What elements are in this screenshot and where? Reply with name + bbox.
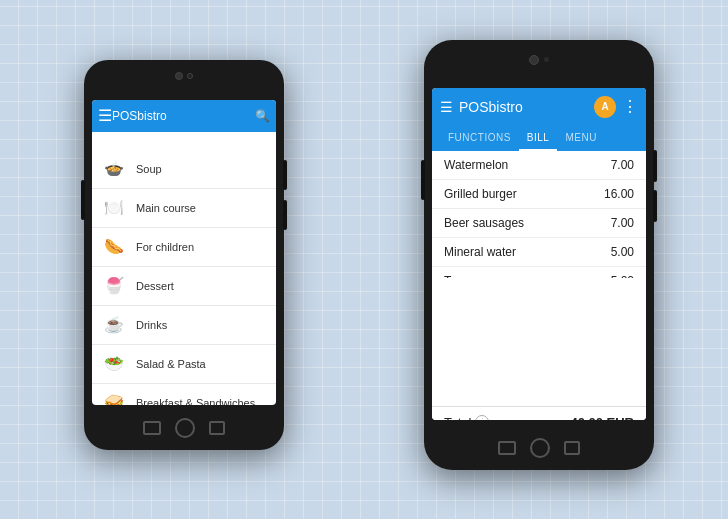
main-course-icon: 🍽️ [100, 194, 128, 222]
back-app-title: POSbistro [112, 109, 255, 123]
list-item[interactable]: 🥗 Salad & Pasta [92, 345, 276, 384]
menu-item-label: Drinks [136, 319, 167, 331]
front-sensor [187, 73, 193, 79]
front-tab-bar: FUNCTIONS BILL MENU [432, 126, 646, 151]
front-phone-screen: ☰ POSbistro A ⋮ FUNCTIONS BILL MENU Wate… [432, 88, 646, 420]
tab-bill-back[interactable]: BILL [92, 138, 123, 150]
back-phone-camera [84, 60, 284, 92]
list-item[interactable]: ☕ Drinks [92, 306, 276, 345]
menu-item-label: Salad & Pasta [136, 358, 206, 370]
front-power-button[interactable] [421, 160, 425, 200]
vol-down-button[interactable] [283, 200, 287, 230]
bill-screen: Watermelon 7.00 Grilled burger 16.00 Bee… [432, 151, 646, 420]
info-icon[interactable]: i [475, 415, 489, 420]
back-nav-button[interactable] [143, 421, 161, 435]
power-button[interactable] [81, 180, 85, 220]
menu-item-label: Breakfast & Sandwiches [136, 397, 255, 405]
tab-functions[interactable]: FUNCTIONS [440, 126, 519, 151]
salad-icon: 🥗 [100, 350, 128, 378]
bill-item-row[interactable]: Mineral water 5.00 [432, 238, 646, 267]
breakfast-icon: 🥪 [100, 389, 128, 405]
list-item[interactable]: 🍧 Dessert [92, 267, 276, 306]
list-item[interactable]: 🍲 Soup [92, 150, 276, 189]
back-phone-screen: ☰ POSbistro 🔍 BILL MENU 🍲 Soup 🍽️ Main c… [92, 100, 276, 405]
bill-spacer [432, 278, 646, 406]
bill-items-list: Watermelon 7.00 Grilled burger 16.00 Bee… [432, 151, 646, 279]
children-icon: 🌭 [100, 233, 128, 261]
bill-item-name: Grilled burger [444, 187, 517, 201]
front-vol-down[interactable] [653, 190, 657, 222]
bill-item-name: Watermelon [444, 158, 508, 172]
app-header: ☰ POSbistro A ⋮ [432, 88, 646, 126]
tab-bill[interactable]: BILL [519, 126, 558, 151]
avatar: A [594, 96, 616, 118]
search-icon[interactable]: 🔍 [255, 109, 270, 123]
scene: ☰ POSbistro 🔍 BILL MENU 🍲 Soup 🍽️ Main c… [24, 20, 704, 500]
bill-item-name: Mineral water [444, 245, 516, 259]
bill-item-row[interactable]: Grilled burger 16.00 [432, 180, 646, 209]
front-sensor2 [544, 57, 549, 62]
bill-item-price: 16.00 [604, 187, 634, 201]
soup-icon: 🍲 [100, 155, 128, 183]
camera-lens [175, 72, 183, 80]
menu-item-label: For children [136, 241, 194, 253]
front-recent-nav-button[interactable] [564, 441, 580, 455]
more-options-icon[interactable]: ⋮ [622, 97, 638, 116]
list-item[interactable]: 🌭 For children [92, 228, 276, 267]
menu-item-label: Main course [136, 202, 196, 214]
hamburger-icon[interactable]: ☰ [98, 106, 112, 125]
front-phone-top [424, 40, 654, 80]
bill-item-row[interactable]: Watermelon 7.00 [432, 151, 646, 180]
front-app-title: POSbistro [459, 99, 594, 115]
tab-menu-back[interactable]: MENU [127, 138, 166, 148]
list-item[interactable]: 🍽️ Main course [92, 189, 276, 228]
recent-nav-button[interactable] [209, 421, 225, 435]
tab-menu[interactable]: MENU [557, 126, 604, 151]
front-back-nav-button[interactable] [498, 441, 516, 455]
menu-item-label: Dessert [136, 280, 174, 292]
menu-item-label: Soup [136, 163, 162, 175]
vol-up-button[interactable] [283, 160, 287, 190]
header-icons: A ⋮ [594, 96, 638, 118]
bill-item-name: Beer sausages [444, 216, 524, 230]
bill-item-price: 7.00 [611, 216, 634, 230]
bill-total-label: Total i [444, 415, 489, 420]
front-camera [529, 55, 539, 65]
front-vol-up[interactable] [653, 150, 657, 182]
menu-list: 🍲 Soup 🍽️ Main course 🌭 For children 🍧 D… [92, 150, 276, 405]
bottom-nav-back [143, 418, 225, 438]
bill-item-row[interactable]: Tea 5.00 [432, 267, 646, 279]
bill-item-row[interactable]: Beer sausages 7.00 [432, 209, 646, 238]
bill-total-bar: Total i 40.00 EUR [432, 406, 646, 420]
front-hamburger-icon[interactable]: ☰ [440, 99, 453, 115]
bill-item-price: 5.00 [611, 245, 634, 259]
front-home-nav-button[interactable] [530, 438, 550, 458]
bill-total-amount: 40.00 EUR [570, 415, 634, 420]
back-tab-bar: BILL MENU [92, 132, 276, 150]
drinks-icon: ☕ [100, 311, 128, 339]
back-app-header: ☰ POSbistro 🔍 [92, 100, 276, 132]
phone-back: ☰ POSbistro 🔍 BILL MENU 🍲 Soup 🍽️ Main c… [84, 60, 284, 450]
dessert-icon: 🍧 [100, 272, 128, 300]
phone-front: ☰ POSbistro A ⋮ FUNCTIONS BILL MENU Wate… [424, 40, 654, 470]
list-item[interactable]: 🥪 Breakfast & Sandwiches [92, 384, 276, 405]
bottom-nav-front [498, 438, 580, 458]
bill-item-price: 7.00 [611, 158, 634, 172]
home-nav-button[interactable] [175, 418, 195, 438]
